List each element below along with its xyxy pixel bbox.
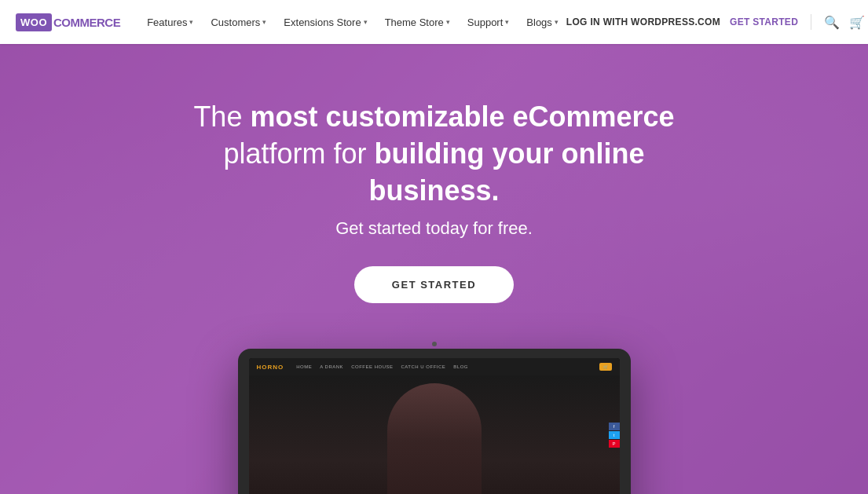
- laptop-outer-frame: HORNO HOME A DRANK COFFEE HOUSE CATCH U …: [238, 349, 631, 494]
- laptop-screen: HORNO HOME A DRANK COFFEE HOUSE CATCH U …: [249, 358, 620, 494]
- logo-woo: WOO: [16, 13, 52, 31]
- chevron-down-icon: ▾: [262, 18, 266, 26]
- screen-content: HORNO HOME A DRANK COFFEE HOUSE CATCH U …: [249, 358, 620, 494]
- cart-icon[interactable]: 🛒: [849, 15, 865, 30]
- chevron-down-icon: ▾: [555, 18, 559, 26]
- laptop-mockup: HORNO HOME A DRANK COFFEE HOUSE CATCH U …: [238, 349, 631, 494]
- logo[interactable]: WOO COMMERCE: [16, 13, 120, 31]
- nav-links: Features ▾ Customers ▾ Extensions Store …: [139, 12, 566, 33]
- hero-content: The most customizable eCommerce platform…: [159, 99, 709, 341]
- get-started-nav-link[interactable]: GET STARTED: [730, 16, 798, 27]
- navigation: WOO COMMERCE Features ▾ Customers ▾ Exte…: [0, 0, 868, 44]
- hero-section: The most customizable eCommerce platform…: [0, 44, 868, 494]
- nav-item-extensions[interactable]: Extensions Store ▾: [276, 12, 375, 33]
- screen-nav-bar: HORNO HOME A DRANK COFFEE HOUSE CATCH U …: [249, 358, 620, 375]
- screen-nav-right: 🛒: [599, 363, 612, 371]
- screen-hero: f t P check out the mercenate FOLLOW THE…: [249, 375, 620, 494]
- twitter-icon: t: [609, 431, 620, 439]
- hero-title: The most customizable eCommerce platform…: [159, 99, 709, 209]
- hero-subtitle: Get started today for free.: [159, 215, 709, 241]
- screen-nav-items: HOME A DRANK COFFEE HOUSE CATCH U OFFICE…: [296, 364, 468, 369]
- screen-cart: 🛒: [599, 363, 612, 371]
- screen-bg: f t P check out the mercenate FOLLOW THE…: [249, 375, 620, 494]
- chevron-down-icon: ▾: [189, 18, 193, 26]
- chevron-down-icon: ▾: [364, 18, 368, 26]
- nav-item-customers[interactable]: Customers ▾: [203, 12, 274, 33]
- nav-item-features[interactable]: Features ▾: [139, 12, 201, 33]
- screen-logo: HORNO: [257, 364, 284, 371]
- nav-right: LOG IN WITH WORDPRESS.COM GET STARTED 🔍 …: [566, 14, 865, 30]
- nav-divider: [811, 14, 811, 30]
- search-icon[interactable]: 🔍: [824, 15, 840, 30]
- nav-item-theme-store[interactable]: Theme Store ▾: [377, 12, 458, 33]
- chevron-down-icon: ▾: [446, 18, 450, 26]
- laptop-camera: [432, 342, 437, 346]
- screen-side-buttons: f t P: [609, 423, 620, 448]
- nav-item-blogs[interactable]: Blogs ▾: [518, 12, 566, 33]
- pinterest-icon: P: [609, 440, 620, 448]
- login-link[interactable]: LOG IN WITH WORDPRESS.COM: [566, 16, 720, 27]
- figure-silhouette: [387, 383, 482, 494]
- nav-item-support[interactable]: Support ▾: [460, 12, 518, 33]
- hero-cta-button[interactable]: GET STARTED: [354, 266, 514, 303]
- logo-commerce: COMMERCE: [53, 16, 120, 29]
- chevron-down-icon: ▾: [505, 18, 509, 26]
- facebook-icon: f: [609, 423, 620, 430]
